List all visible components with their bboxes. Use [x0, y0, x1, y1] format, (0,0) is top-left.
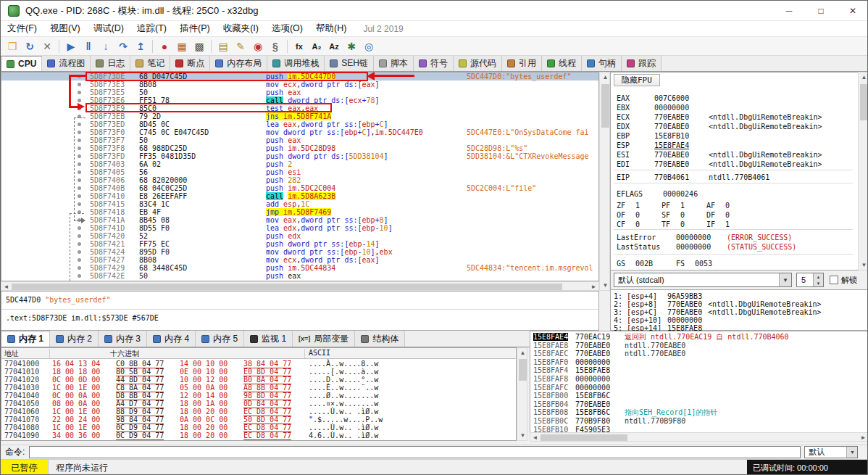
- register-row-esp[interactable]: ESP15E8FAE4: [611, 141, 868, 150]
- register-row-eip[interactable]: EIP770B4061ntdll.770B4061: [611, 173, 868, 182]
- step-over-icon[interactable]: ↷: [115, 39, 131, 54]
- tab-references[interactable]: 引用: [502, 56, 542, 71]
- close-process-icon[interactable]: ✕: [39, 39, 55, 54]
- disasm-row[interactable]: 5D8F7424895D F0mov dword ptr ss:[ebp-10]…: [1, 248, 598, 256]
- arg-count-spinner[interactable]: 5 ▲▼: [796, 273, 824, 287]
- patches-icon[interactable]: ▩: [191, 39, 207, 54]
- tab-source[interactable]: 源代码: [454, 56, 502, 71]
- bottom-tab-locals[interactable]: [x=]局部变量: [293, 331, 355, 347]
- bottom-tab-watch[interactable]: 监视 1: [244, 331, 293, 347]
- disasm-row[interactable]: 5D8F73ED8D45 0Clea eax,dword ptr ss:[ebp…: [1, 120, 598, 128]
- tab-handles[interactable]: 句柄: [582, 56, 622, 71]
- memory-row[interactable]: 770410601C 00 1E 0088 D9 04 7718 00 20 0…: [1, 408, 516, 416]
- maximize-button[interactable]: □: [805, 1, 837, 21]
- disasm-row[interactable]: 5D8F7418EB 4Fjmp im.5D8F7469: [1, 208, 598, 216]
- tab-log[interactable]: 日志: [91, 56, 130, 71]
- register-row-laststatus[interactable]: LastStatus00000000(STATUS_SUCCESS): [611, 243, 868, 252]
- memory-col-ascii[interactable]: ASCII: [309, 349, 330, 357]
- menu-item-3[interactable]: 调试(D): [87, 22, 130, 35]
- run-until-return-icon[interactable]: ↥: [133, 39, 149, 54]
- disasm-row[interactable]: 5D8F742E50push eax: [1, 272, 598, 280]
- menu-item-7[interactable]: 选项(O): [265, 22, 309, 35]
- close-button[interactable]: ✕: [837, 1, 868, 21]
- memory-col-address[interactable]: 地址: [4, 349, 19, 359]
- bottom-tab-memory[interactable]: 内存 3: [99, 331, 147, 347]
- bottom-tab-struct[interactable]: 结构体: [355, 331, 405, 347]
- menu-item-2[interactable]: 视图(V): [43, 22, 87, 35]
- stack-row[interactable]: 15E8FAFC00000000: [530, 384, 868, 392]
- stack-row[interactable]: 15E8FAF800000000: [530, 375, 868, 383]
- disasm-row[interactable]: 5D8F74036A 02push 2: [1, 160, 598, 168]
- register-row-edx[interactable]: EDX770EABE0<ntdll.DbgUiRemoteBreakin>: [611, 123, 868, 131]
- stack-row[interactable]: 15E8FB0815E8FB6C指向SEH_Record[1]的指针: [530, 408, 868, 416]
- register-row-lasterror[interactable]: LastError00000000(ERROR_SUCCESS): [611, 234, 868, 242]
- disasm-row[interactable]: 5D8F73F750push eax: [1, 136, 598, 144]
- breakpoint-icon[interactable]: ●: [157, 39, 172, 54]
- disasm-row[interactable]: 5D8F74278B08mov ecx,dword ptr ds:[eax]: [1, 256, 598, 264]
- pause-icon[interactable]: ‖: [80, 39, 96, 54]
- disasm-row[interactable]: 5D8F740B68 04C0C25Dpush im.5DC2C0045DC2C…: [1, 184, 598, 192]
- memory-row[interactable]: 7704100016 04 13 04C0 8B 04 7714 00 10 0…: [1, 360, 516, 368]
- stack-row[interactable]: 15E8FAF000000000: [530, 358, 868, 366]
- checkbox-icon[interactable]: [830, 276, 838, 284]
- stack-row[interactable]: 15E8FB0C770B9F80ntdll.770B9F80: [530, 417, 868, 425]
- stack-row[interactable]: 15E8FB04770EABE0: [530, 400, 868, 408]
- tab-memory-map[interactable]: 内存布局: [210, 56, 267, 71]
- step-into-icon[interactable]: ↓: [98, 39, 114, 54]
- breakpoint-list-icon[interactable]: ◉: [250, 39, 266, 54]
- search-icon[interactable]: ◎: [361, 39, 377, 54]
- tab-threads[interactable]: 线程: [542, 56, 582, 71]
- highlight-icon[interactable]: Az: [326, 39, 342, 54]
- disasm-hscrollbar[interactable]: ◄ ►: [1, 281, 599, 291]
- memory-row[interactable]: 7704105008 00 0A 00A4 D7 04 7718 00 1A 0…: [1, 400, 516, 408]
- register-row-eflags[interactable]: EFLAGS00000246: [611, 190, 868, 199]
- disasm-vscrollbar[interactable]: ▲ ▼: [599, 72, 610, 291]
- breakpoint-dot-icon[interactable]: [78, 91, 81, 94]
- menu-item-5[interactable]: 插件(P): [173, 22, 217, 35]
- breakpoint-dot-icon[interactable]: [78, 83, 81, 86]
- disasm-row[interactable]: 5D8F73E38B08mov ecx,dword ptr ds:[eax]: [1, 80, 598, 88]
- tab-cpu[interactable]: CPU: [1, 56, 42, 71]
- stack-row[interactable]: 15E8FB0015E8FB6C: [530, 392, 868, 400]
- memory-row[interactable]: 770410400C 00 0A 00D8 8B 04 7712 00 14 0…: [1, 392, 516, 400]
- tab-seh-chain[interactable]: SEH链: [325, 56, 374, 71]
- disasm-row[interactable]: 5D8F741D8D55 F0lea edx,dword ptr ss:[ebp…: [1, 224, 598, 232]
- bottom-tab-memory[interactable]: 内存 1: [1, 331, 50, 347]
- memory-col-hex[interactable]: 十六进制: [110, 349, 139, 359]
- tab-breakpoints[interactable]: 断点: [170, 56, 210, 71]
- stack-row[interactable]: 15E8FAF415E8FAE8: [530, 366, 868, 374]
- flags-row[interactable]: OF0SF0DF0: [611, 211, 868, 220]
- memory-row[interactable]: 770410801C 00 1E 000C D9 04 7718 00 20 0…: [1, 424, 516, 431]
- register-row-esi[interactable]: ESI770EABE0<ntdll.DbgUiRemoteBreakin>: [611, 151, 868, 160]
- bottom-tab-memory[interactable]: 内存 4: [147, 331, 196, 347]
- disasm-row[interactable]: 5D8F73E550push eax: [1, 88, 598, 96]
- spinner-up-icon[interactable]: ▲: [813, 273, 823, 280]
- menu-item-4[interactable]: 追踪(T): [130, 22, 173, 35]
- tab-graph[interactable]: 流程图: [42, 56, 91, 71]
- flags-row[interactable]: CF0TF0IF1: [611, 220, 868, 229]
- tab-call-stack[interactable]: 调用堆栈: [267, 56, 325, 71]
- memory-row[interactable]: 7704101018 00 18 0080 5B 04 770E 00 10 0…: [1, 368, 516, 376]
- disasm-row[interactable]: 5D8F740668 82020000push 282: [1, 176, 598, 184]
- unlock-checkbox[interactable]: 解锁: [830, 275, 857, 286]
- memory-row[interactable]: 770410200C 00 0D 0044 8D 04 7710 00 12 0…: [1, 376, 516, 384]
- register-row-ebx[interactable]: EBX00000000: [611, 104, 868, 112]
- memory-row[interactable]: 770410301C 00 1E 00C8 8A 04 7705 00 0A 0…: [1, 384, 516, 392]
- script-icon[interactable]: §: [267, 39, 283, 54]
- disasm-row[interactable]: 5D8F73F0C745 0C E047C45Dmov dword ptr ss…: [1, 128, 598, 136]
- log-icon[interactable]: ▤: [215, 39, 231, 54]
- restart-icon[interactable]: ↻: [22, 39, 38, 54]
- tab-symbols[interactable]: 符号: [414, 56, 454, 71]
- disasm-row[interactable]: 5D8F73F868 988DC25Dpush im.5DC28D985DC28…: [1, 144, 598, 152]
- notes-icon[interactable]: ✎: [233, 39, 249, 54]
- menu-item-6[interactable]: 收藏夹(I): [217, 22, 265, 35]
- spinner-down-icon[interactable]: ▼: [813, 280, 823, 286]
- open-file-icon[interactable]: ❒: [4, 39, 20, 54]
- memory-row[interactable]: 7704107022 00 24 0098 84 04 770A 00 0C 0…: [1, 416, 516, 424]
- command-input[interactable]: [29, 446, 801, 458]
- register-row-segments[interactable]: GS002BFS0053: [611, 260, 868, 268]
- tab-notes[interactable]: 笔记: [130, 56, 170, 71]
- tab-script[interactable]: 脚本: [374, 56, 414, 71]
- disasm-row[interactable]: 5D8F7410E8 26EEFAFFcall im.5D8A623B: [1, 192, 598, 200]
- register-row-edi[interactable]: EDI770EABE0<ntdll.DbgUiRemoteBreakin>: [611, 160, 868, 169]
